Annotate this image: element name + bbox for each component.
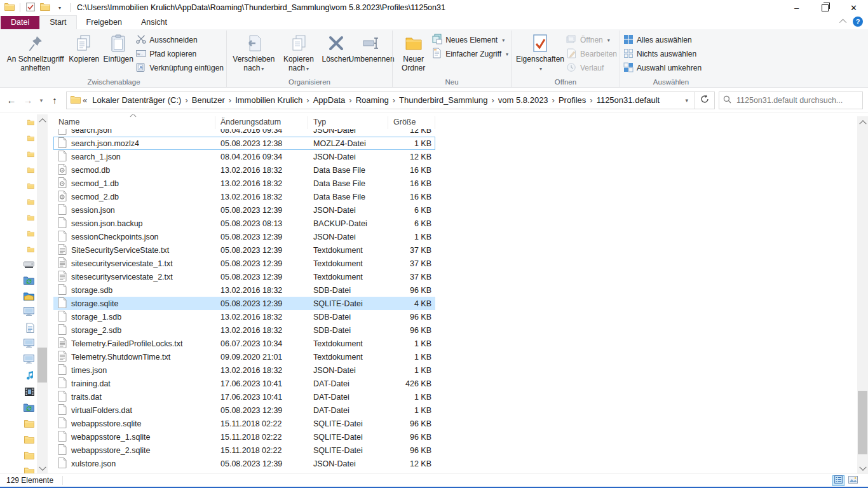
sidebar-tree-item[interactable] bbox=[0, 416, 37, 432]
file-row[interactable]: storage_1.sdb 13.02.2016 18:32 SDB-Datei… bbox=[53, 310, 435, 323]
collapse-ribbon-icon[interactable] bbox=[839, 19, 846, 26]
rename-button[interactable]: Umbenennen bbox=[353, 32, 390, 65]
breadcrumb-segment[interactable]: vom 5.8.2023 bbox=[495, 94, 552, 106]
file-row[interactable]: storage.sdb 13.02.2016 18:32 SDB-Datei 9… bbox=[53, 283, 435, 297]
file-row[interactable]: sitesecurityservicestate_1.txt 05.08.202… bbox=[53, 257, 435, 270]
file-row[interactable]: sitesecurityservicestate_2.txt 05.08.202… bbox=[53, 270, 435, 283]
easy-access-button[interactable]: Einfacher Zugriff▾ bbox=[431, 48, 508, 60]
file-row[interactable]: secmod_2.db 13.02.2016 18:32 Data Base F… bbox=[53, 190, 435, 203]
sidebar-tree-item[interactable] bbox=[0, 369, 37, 384]
paste-button[interactable]: Einfügen bbox=[101, 32, 135, 65]
file-row[interactable]: sessionCheckpoints.json 05.08.2023 12:39… bbox=[53, 230, 435, 243]
new-folder-button[interactable]: Neuer Ordner bbox=[395, 32, 431, 73]
qat-customize-dropdown[interactable]: ▾ bbox=[54, 2, 65, 13]
breadcrumb-segment[interactable]: 1125on31.default bbox=[593, 94, 663, 106]
breadcrumb-segment[interactable]: Benutzer bbox=[189, 94, 228, 106]
file-row[interactable]: session.json.backup 05.08.2023 08:13 BAC… bbox=[53, 217, 435, 230]
column-header-type[interactable]: Typ bbox=[308, 116, 388, 129]
tab-share[interactable]: Freigeben bbox=[77, 16, 132, 29]
column-header-size[interactable]: Größe bbox=[388, 116, 435, 129]
file-row[interactable]: training.dat 17.06.2023 10:41 DAT-Datei … bbox=[53, 377, 435, 390]
details-view-button[interactable] bbox=[832, 475, 844, 486]
select-all-button[interactable]: Alles auswählen bbox=[623, 34, 702, 46]
sidebar-tree-item[interactable] bbox=[0, 305, 37, 321]
sidebar-tree-item[interactable] bbox=[0, 384, 37, 400]
file-row[interactable]: SiteSecurityServiceState.txt 05.08.2023 … bbox=[53, 243, 435, 257]
scroll-down-icon[interactable] bbox=[37, 463, 48, 474]
properties-button[interactable]: Eigenschaften▾ bbox=[514, 32, 566, 74]
navigation-pane-scrollbar[interactable] bbox=[37, 114, 48, 474]
pin-to-quick-access-button[interactable]: An Schnellzugriff anheften bbox=[4, 32, 67, 73]
file-row[interactable]: search.json.mozlz4 05.08.2023 12:38 MOZL… bbox=[53, 137, 435, 150]
scrollbar-thumb[interactable] bbox=[37, 348, 47, 383]
file-row[interactable]: secmod_1.db 13.02.2016 18:32 Data Base F… bbox=[53, 177, 435, 190]
file-row[interactable]: search_1.json 08.04.2016 09:34 JSON-Date… bbox=[53, 150, 435, 163]
sidebar-tree-item[interactable] bbox=[0, 114, 37, 130]
search-box[interactable] bbox=[719, 92, 863, 109]
restore-button[interactable] bbox=[811, 0, 839, 15]
sidebar-tree-item[interactable] bbox=[0, 448, 37, 464]
qat-properties-button[interactable] bbox=[25, 2, 36, 13]
thumbnails-view-button[interactable] bbox=[847, 475, 859, 486]
sidebar-tree-item[interactable] bbox=[0, 321, 37, 337]
recent-locations-dropdown[interactable]: ▾ bbox=[37, 93, 46, 108]
sidebar-tree-item[interactable] bbox=[0, 178, 37, 194]
scroll-up-icon[interactable] bbox=[37, 114, 48, 125]
select-none-button[interactable]: Nichts auswählen bbox=[623, 48, 702, 60]
tab-start[interactable]: Start bbox=[39, 15, 76, 29]
help-icon[interactable]: ? bbox=[853, 17, 863, 27]
sidebar-tree-item[interactable] bbox=[0, 289, 37, 305]
invert-selection-button[interactable]: Auswahl umkehren bbox=[623, 62, 702, 74]
new-item-button[interactable]: Neues Element▾ bbox=[431, 34, 508, 46]
open-button[interactable]: Öffnen▾ bbox=[566, 34, 617, 46]
scroll-down-icon[interactable] bbox=[857, 463, 868, 474]
sidebar-tree-item[interactable] bbox=[0, 226, 37, 241]
address-box[interactable]: « Lokaler Datenträger (C:)›Benutzer›Immo… bbox=[66, 92, 695, 109]
sidebar-tree-item[interactable] bbox=[0, 257, 37, 273]
sidebar-tree-item[interactable] bbox=[0, 130, 37, 146]
file-list-scrollbar[interactable] bbox=[857, 116, 868, 474]
qat-new-folder-button[interactable] bbox=[39, 2, 51, 13]
minimize-button[interactable]: – bbox=[782, 0, 811, 15]
breadcrumb-segment[interactable]: Roaming bbox=[353, 94, 392, 106]
file-row[interactable]: storage_2.sdb 13.02.2016 18:32 SDB-Datei… bbox=[53, 323, 435, 337]
copy-button[interactable]: Kopieren bbox=[67, 32, 101, 65]
sidebar-tree-item[interactable] bbox=[0, 146, 37, 162]
breadcrumb-segment[interactable]: Thunderbird_Sammlung bbox=[396, 94, 491, 106]
sidebar-tree-item[interactable] bbox=[0, 162, 37, 178]
file-row[interactable]: webappsstore_2.sqlite 15.11.2018 02:22 S… bbox=[53, 444, 435, 457]
sidebar-tree-item[interactable] bbox=[0, 400, 37, 416]
forward-button[interactable]: → bbox=[20, 93, 36, 108]
file-row[interactable]: Telemetry.FailedProfileLocks.txt 06.07.2… bbox=[53, 337, 435, 350]
history-button[interactable]: Verlauf bbox=[566, 62, 617, 74]
sidebar-tree-item[interactable] bbox=[0, 273, 37, 289]
file-row[interactable]: webappsstore_1.sqlite 15.11.2018 02:22 S… bbox=[53, 430, 435, 444]
breadcrumb-segment[interactable]: Lokaler Datenträger (C:) bbox=[89, 94, 184, 106]
move-to-button[interactable]: Verschieben nach▾ bbox=[229, 32, 278, 74]
sidebar-tree-item[interactable] bbox=[0, 432, 37, 448]
copy-to-button[interactable]: Kopieren nach▾ bbox=[278, 32, 320, 74]
file-row[interactable]: virtualFolders.dat 05.08.2023 12:39 DAT-… bbox=[53, 403, 435, 417]
file-row[interactable]: session.json 05.08.2023 12:39 JSON-Datei… bbox=[53, 203, 435, 217]
cut-button[interactable]: Ausschneiden bbox=[135, 34, 224, 46]
close-button[interactable]: ✕ bbox=[839, 0, 868, 15]
file-row[interactable]: secmod.db 13.02.2016 18:32 Data Base Fil… bbox=[53, 163, 435, 177]
sidebar-tree-item[interactable] bbox=[0, 464, 37, 474]
sidebar-tree-item[interactable] bbox=[0, 353, 37, 369]
breadcrumb-segment[interactable]: Immobilien Krulich bbox=[232, 94, 306, 106]
file-row[interactable]: search.json 08.04.2016 09:34 JSON-Datei … bbox=[53, 129, 435, 137]
breadcrumb-segment[interactable]: Profiles bbox=[555, 94, 589, 106]
address-dropdown-icon[interactable]: ▾ bbox=[681, 97, 692, 104]
file-row[interactable]: xulstore.json 05.08.2023 12:39 JSON-Date… bbox=[53, 457, 435, 470]
tab-view[interactable]: Ansicht bbox=[132, 16, 177, 29]
sidebar-tree-item[interactable] bbox=[0, 241, 37, 257]
sidebar-tree-item[interactable] bbox=[0, 210, 37, 226]
file-row[interactable]: times.json 13.02.2016 18:32 JSON-Datei 1… bbox=[53, 363, 435, 377]
scroll-up-icon[interactable] bbox=[857, 116, 868, 127]
scrollbar-thumb[interactable] bbox=[858, 391, 867, 454]
edit-button[interactable]: Bearbeiten bbox=[566, 48, 617, 60]
column-header-date[interactable]: Änderungsdatum bbox=[215, 116, 308, 129]
sidebar-tree-item[interactable] bbox=[0, 194, 37, 210]
up-button[interactable]: ↑ bbox=[47, 93, 62, 108]
copy-path-button[interactable]: w...Pfad kopieren bbox=[135, 48, 224, 60]
